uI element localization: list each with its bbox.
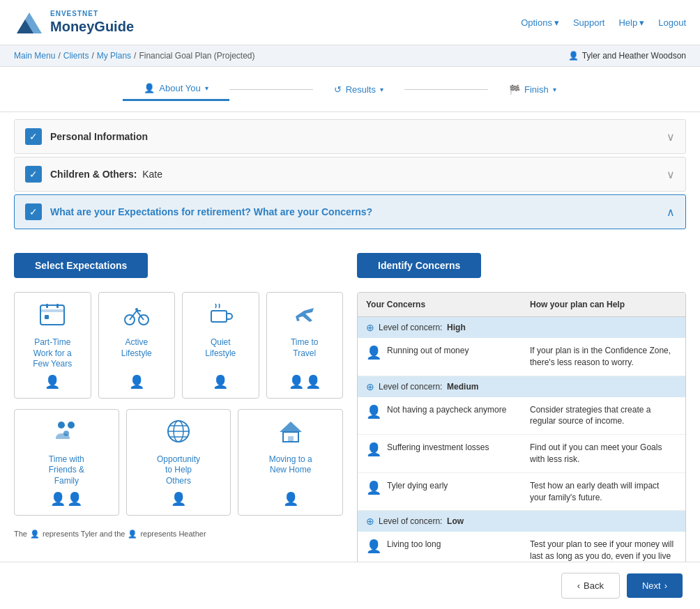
concern-no-paycheck-row: 👤 Not having a paycheck anymore Consider… bbox=[358, 397, 685, 435]
breadcrumb-main-menu[interactable]: Main Menu bbox=[14, 51, 55, 61]
concern-avatar-investment: 👤 bbox=[366, 442, 381, 457]
finish-icon: 🏁 bbox=[509, 84, 520, 95]
breadcrumb: Main Menu / Clients / My Plans / Financi… bbox=[14, 51, 255, 61]
level-medium-label: Level of concern: Medium bbox=[379, 382, 478, 392]
back-button[interactable]: ‹ Back bbox=[561, 573, 620, 599]
house-icon bbox=[277, 418, 304, 450]
identify-concerns-tab[interactable]: Identify Concerns bbox=[357, 253, 481, 278]
chevron-expectations-icon: ∧ bbox=[667, 206, 675, 219]
step-about-you[interactable]: 👤 About You ▾ bbox=[123, 77, 229, 101]
avatar-heather-travel: 👤 bbox=[305, 374, 321, 390]
concern-living-long-text: Living too long bbox=[387, 539, 441, 550]
accordion-children[interactable]: ✓ Children & Others: Kate ∨ bbox=[14, 157, 686, 192]
accordion-personal-info-label: Personal Information bbox=[50, 131, 667, 142]
calendar-icon bbox=[39, 301, 66, 333]
check-expectations: ✓ bbox=[25, 203, 42, 220]
check-personal-info: ✓ bbox=[25, 128, 42, 145]
svg-rect-3 bbox=[40, 309, 64, 312]
user-icon: 👤 bbox=[568, 51, 579, 61]
tab-buttons: Select Expectations bbox=[14, 253, 343, 278]
opportunity-help-avatars: 👤 bbox=[171, 491, 186, 507]
next-button[interactable]: Next › bbox=[627, 573, 683, 598]
select-expectations-tab[interactable]: Select Expectations bbox=[14, 253, 148, 278]
step-results-label: Results bbox=[346, 84, 376, 95]
opportunity-help-label: Opportunityto HelpOthers bbox=[157, 454, 200, 487]
concern-no-paycheck-help: Consider strategies that create a regula… bbox=[522, 397, 685, 435]
svg-rect-6 bbox=[45, 315, 49, 319]
concern-avatar-running-out: 👤 bbox=[366, 345, 381, 360]
concern-tyler-dying-cell: 👤 Tyler dying early bbox=[358, 473, 522, 511]
breadcrumb-clients[interactable]: Clients bbox=[63, 51, 89, 61]
quiet-lifestyle-label: QuietLifestyle bbox=[205, 337, 236, 359]
exp-card-moving-home[interactable]: Moving to aNew Home 👤 bbox=[238, 409, 343, 516]
step-about-you-chevron: ▾ bbox=[205, 84, 208, 92]
options-menu[interactable]: Options ▾ bbox=[521, 17, 559, 28]
step-finish-chevron: ▾ bbox=[553, 86, 556, 93]
expectations-grid-row1: Part-TimeWork for aFew Years 👤 ActiveLif… bbox=[14, 292, 343, 399]
breadcrumb-my-plans[interactable]: My Plans bbox=[97, 51, 131, 61]
time-travel-avatars: 👤 👤 bbox=[289, 374, 321, 390]
expectations-grid-row2: Time withFriends &Family 👤 👤 Opportunity… bbox=[14, 409, 343, 516]
level-low-row: ⊕ Level of concern: Low bbox=[358, 511, 685, 532]
top-nav: ENVESTNET MoneyGuide Options ▾ Support H… bbox=[0, 0, 700, 45]
footnote-heather-text: represents Heather bbox=[140, 530, 206, 538]
avatar-tyler-active: 👤 bbox=[129, 374, 144, 390]
step-divider-1 bbox=[229, 89, 313, 90]
footnote: The 👤 represents Tyler and the 👤 represe… bbox=[14, 530, 343, 539]
concern-tyler-dying-help: Test how an early death will impact your… bbox=[522, 473, 685, 511]
help-menu[interactable]: Help ▾ bbox=[618, 17, 644, 28]
concern-investment-losses-cell: 👤 Suffering investment losses bbox=[358, 435, 522, 472]
svg-rect-13 bbox=[211, 311, 227, 322]
user-name: Tyler and Heather Woodson bbox=[582, 51, 686, 61]
concern-investment-losses-text: Suffering investment losses bbox=[387, 442, 489, 454]
step-finish-label: Finish bbox=[524, 84, 549, 95]
person-icon: 👤 bbox=[144, 83, 155, 93]
step-nav: 👤 About You ▾ ↺ Results ▾ 🏁 Finish ▾ bbox=[0, 67, 700, 112]
step-results[interactable]: ↺ Results ▾ bbox=[313, 79, 404, 100]
family-icon bbox=[53, 418, 79, 450]
avatar-tyler: 👤 bbox=[45, 374, 60, 390]
avatar-tyler-opportunity: 👤 bbox=[171, 491, 186, 507]
concern-tyler-dying-row: 👤 Tyler dying early Test how an early de… bbox=[358, 473, 685, 511]
support-link[interactable]: Support bbox=[573, 17, 605, 28]
next-label: Next bbox=[642, 580, 661, 591]
exp-card-part-time[interactable]: Part-TimeWork for aFew Years 👤 bbox=[14, 292, 91, 399]
nav-links: Options ▾ Support Help ▾ Logout bbox=[521, 17, 686, 28]
step-results-chevron: ▾ bbox=[380, 86, 383, 93]
exp-card-active-lifestyle[interactable]: ActiveLifestyle 👤 bbox=[98, 292, 176, 399]
footnote-tyler-text: represents Tyler and the bbox=[43, 530, 125, 538]
footnote-text1: The bbox=[14, 530, 27, 538]
logo-icon bbox=[14, 7, 45, 38]
logo-area: ENVESTNET MoneyGuide bbox=[14, 7, 134, 38]
exp-card-time-friends[interactable]: Time withFriends &Family 👤 👤 bbox=[14, 409, 119, 516]
help-chevron-icon: ▾ bbox=[639, 17, 644, 28]
active-lifestyle-label: ActiveLifestyle bbox=[121, 337, 152, 359]
exp-card-quiet-lifestyle[interactable]: QuietLifestyle 👤 bbox=[182, 292, 259, 399]
concern-avatar-tyler-dying: 👤 bbox=[366, 480, 381, 495]
results-icon: ↺ bbox=[334, 84, 342, 95]
logo-envestnet: ENVESTNET bbox=[50, 10, 134, 18]
accordion-personal-info[interactable]: ✓ Personal Information ∨ bbox=[14, 119, 686, 154]
time-friends-label: Time withFriends &Family bbox=[49, 454, 84, 487]
chevron-personal-info-icon: ∨ bbox=[667, 130, 675, 144]
exp-card-opportunity-help[interactable]: Opportunityto HelpOthers 👤 bbox=[126, 409, 231, 516]
step-finish[interactable]: 🏁 Finish ▾ bbox=[488, 79, 577, 100]
concern-running-out-text: Running out of money bbox=[387, 345, 469, 357]
svg-point-14 bbox=[58, 422, 65, 429]
concern-investment-losses-help: Find out if you can meet your Goals with… bbox=[522, 435, 685, 472]
accordion-expectations[interactable]: ✓ What are your Expectations for retirem… bbox=[14, 194, 686, 229]
footnote-tyler-icon: 👤 bbox=[30, 530, 40, 539]
svg-rect-4 bbox=[46, 304, 48, 308]
time-travel-label: Time toTravel bbox=[291, 337, 319, 359]
exp-card-time-travel[interactable]: Time toTravel 👤 👤 bbox=[266, 292, 344, 399]
level-high-icon: ⊕ bbox=[366, 322, 374, 333]
time-friends-avatars: 👤 👤 bbox=[50, 491, 82, 507]
level-medium-row: ⊕ Level of concern: Medium bbox=[358, 376, 685, 397]
how-plan-helps-header: How your plan can Help bbox=[522, 293, 685, 317]
logout-link[interactable]: Logout bbox=[658, 17, 686, 28]
concern-no-paycheck-text: Not having a paycheck anymore bbox=[387, 404, 506, 416]
logo-moneyguide: MoneyGuide bbox=[50, 18, 134, 35]
footnote-heather-icon: 👤 bbox=[128, 530, 137, 539]
concern-running-out-cell: 👤 Running out of money bbox=[358, 338, 522, 376]
concern-running-out-row: 👤 Running out of money If your plan is i… bbox=[358, 338, 685, 376]
